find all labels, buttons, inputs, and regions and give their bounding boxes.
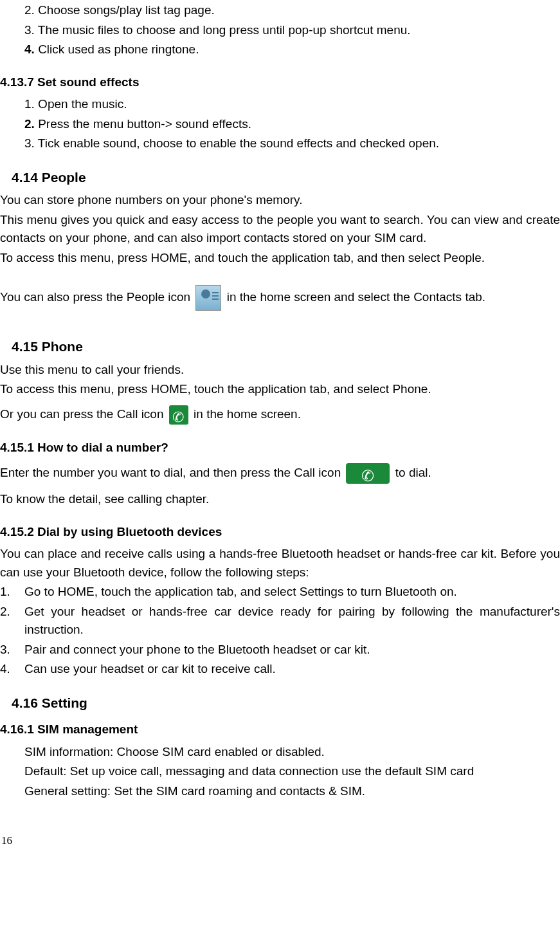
list-text: Pair and connect your phone to the Bluet…: [24, 641, 560, 659]
paragraph: To know the detail, see calling chapter.: [0, 490, 560, 509]
text-after-icon: in the home screen and select the Contac…: [223, 290, 485, 304]
heading-4-15-2: 4.15.2 Dial by using Bluetooth devices: [0, 523, 560, 542]
paragraph-with-icon: Or you can press the Call icon in the ho…: [0, 405, 560, 425]
document-page: 2. Choose songs/play list tag page. 3. T…: [0, 1, 560, 868]
list-text: Get your headset or hands-free car devic…: [24, 603, 560, 639]
paragraph: To access this menu, press HOME, and tou…: [0, 249, 560, 268]
list-item: 4. Click used as phone ringtone.: [24, 41, 560, 59]
list-text: Go to HOME, touch the application tab, a…: [24, 583, 560, 601]
text-before-icon: Enter the number you want to dial, and t…: [0, 466, 344, 479]
list-text: Press the menu button-> sound effects.: [35, 117, 251, 131]
text-after-icon: in the home screen.: [190, 407, 301, 421]
list-item: 4. Can use your headset or car kit to re…: [0, 660, 560, 679]
call-icon: [169, 405, 188, 425]
list-number: 2.: [0, 603, 24, 639]
list-item: 1. Go to HOME, touch the application tab…: [0, 583, 560, 601]
list-item: 3. The music files to choose and long pr…: [24, 21, 560, 40]
paragraph: You can store phone numbers on your phon…: [0, 191, 560, 210]
list-number: 4.: [0, 660, 24, 679]
list-number: 3.: [0, 641, 24, 659]
list-number: 1.: [0, 583, 24, 601]
text-before-icon: Or you can press the Call icon: [0, 407, 167, 421]
list-item: 2. Press the menu button-> sound effects…: [24, 115, 560, 134]
heading-4-16: 4.16 Setting: [12, 693, 560, 713]
numbered-list: 1. Go to HOME, touch the application tab…: [0, 583, 560, 679]
people-icon: [195, 285, 221, 311]
heading-4-13-7: 4.13.7 Set sound effects: [0, 73, 560, 92]
list-text: Can use your headset or car kit to recei…: [24, 660, 560, 679]
list-item: 3. Tick enable sound, choose to enable t…: [24, 134, 560, 153]
paragraph: To access this menu, press HOME, touch t…: [0, 380, 560, 399]
heading-4-16-1: 4.16.1 SIM management: [0, 720, 560, 739]
list-item: General setting: Set the SIM card roamin…: [24, 782, 560, 801]
list-text: Click used as phone ringtone.: [35, 42, 199, 56]
paragraph-with-icon: You can also press the People icon in th…: [0, 285, 560, 311]
heading-4-14: 4.14 People: [12, 167, 560, 188]
call-icon: [346, 463, 390, 484]
page-number: 16: [1, 832, 560, 849]
list-item: Default: Set up voice call, messaging an…: [24, 762, 560, 781]
text-before-icon: You can also press the People icon: [0, 290, 194, 304]
heading-4-15-1: 4.15.1 How to dial a number?: [0, 439, 560, 457]
list-item: 3. Pair and connect your phone to the Bl…: [0, 641, 560, 659]
list-item: SIM information: Choose SIM card enabled…: [24, 743, 560, 762]
list-item: 1. Open the music.: [24, 95, 560, 114]
paragraph: Use this menu to call your friends.: [0, 361, 560, 380]
heading-4-15: 4.15 Phone: [12, 336, 560, 357]
list-num-bold: 2.: [24, 117, 35, 131]
list-item: 2. Get your headset or hands-free car de…: [0, 603, 560, 639]
text-after-icon: to dial.: [392, 466, 431, 479]
list-num-bold: 4.: [24, 42, 35, 56]
paragraph: This menu gives you quick and easy acces…: [0, 211, 560, 248]
list-item: 2. Choose songs/play list tag page.: [24, 1, 560, 20]
paragraph: You can place and receive calls using a …: [0, 545, 560, 582]
paragraph-with-icon: Enter the number you want to dial, and t…: [0, 463, 560, 484]
